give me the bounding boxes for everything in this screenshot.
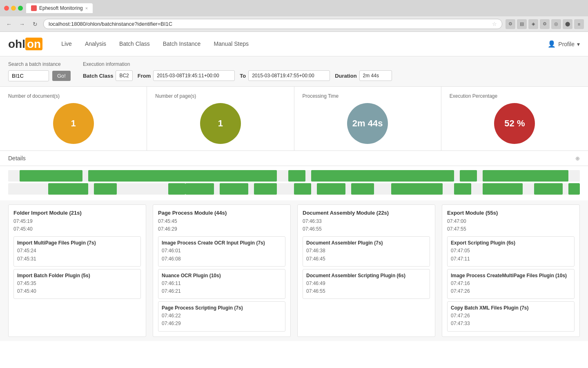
plugin-card-0-0: Import MultiPage Files Plugin (7s) 07:45… [13, 236, 141, 266]
chevron-down-icon: ▾ [577, 41, 580, 47]
plugin-time-3-0: 07:47:0507:47:11 [451, 247, 571, 263]
details-icon[interactable]: ⊕ [575, 155, 580, 162]
module-title-0: Folder Import Module (21s) [13, 210, 141, 216]
stat-card-0: Number of document(s) 1 [0, 87, 147, 150]
browser-titlebar: Ephesoft Monitoring × [0, 0, 588, 16]
stat-circle-1: 1 [200, 103, 241, 144]
plugin-card-3-0: Export Scripting Plugin (6s) 07:47:0507:… [447, 236, 575, 266]
search-row: Go! [8, 70, 71, 81]
ext-btn-5[interactable]: ◎ [551, 19, 561, 29]
plugin-time-3-1: 07:47:1607:47:26 [451, 280, 571, 295]
ext-btn-7[interactable]: ≡ [574, 19, 584, 29]
plugin-time-0-0: 07:45:2407:45:31 [17, 247, 137, 263]
gantt-bar-0-1 [88, 170, 277, 182]
profile-menu[interactable]: 👤 Profile ▾ [548, 40, 580, 48]
from-field: From 2015-03-08T19:45:11+00:00 [138, 70, 235, 81]
search-label: Search a batch instance [8, 61, 71, 67]
profile-label: Profile [558, 41, 575, 47]
batch-class-label: Batch Class [83, 73, 113, 79]
stat-circle-2: 2m 44s [347, 103, 388, 144]
plugin-title-3-1: Image Process CreateMultiPage Files Plug… [451, 273, 571, 278]
browser-dots [4, 6, 23, 11]
plugin-card-3-1: Image Process CreateMultiPage Files Plug… [447, 269, 575, 299]
gantt-bar-0-4 [460, 170, 477, 182]
gantt-bar-1-13 [568, 183, 580, 195]
tab-close-icon[interactable]: × [85, 6, 88, 11]
stat-card-3: Execution Percentage 52 % [441, 87, 588, 150]
plugin-title-3-0: Export Scripting Plugin (6s) [451, 240, 571, 246]
browser-tab[interactable]: Ephesoft Monitoring × [26, 3, 93, 13]
gantt-bar-1-5 [254, 183, 277, 195]
logo-text: ohlon [8, 38, 42, 51]
module-card-1: Page Process Module (44s) 07:45:4507:46:… [153, 204, 291, 337]
ext-btn-6[interactable]: ⬤ [563, 19, 572, 29]
gantt-bar-1-0 [48, 183, 88, 195]
duration-field: Duration 2m 44s [335, 70, 392, 81]
go-button[interactable]: Go! [52, 71, 71, 81]
plugin-card-1-1: Nuance OCR Plugin (10s) 07:46:1107:46:21 [158, 269, 285, 299]
module-title-3: Export Module (55s) [447, 210, 575, 216]
refresh-button[interactable]: ↻ [30, 19, 40, 29]
gantt-bar-1-11 [483, 183, 523, 195]
nav-link-manual-steps[interactable]: Manual Steps [207, 32, 255, 56]
nav-link-batch-class[interactable]: Batch Class [113, 32, 156, 56]
app: ohlon Live Analysis Batch Class Batch In… [0, 32, 588, 368]
logo-on: on [25, 38, 42, 50]
plugin-card-0-1: Import Batch Folder Plugin (5s) 07:45:35… [13, 269, 141, 299]
bookmark-icon[interactable]: ☆ [492, 21, 497, 27]
nav-links: Live Analysis Batch Class Batch Instance… [55, 32, 548, 56]
module-time-1: 07:45:4507:46:29 [158, 218, 285, 233]
ext-btn-3[interactable]: ◈ [528, 19, 538, 29]
nav-link-analysis[interactable]: Analysis [78, 32, 113, 56]
url-text: localhost:18080/ohlon/batchinstance?iden… [49, 21, 489, 27]
plugin-title-2-0: Document Assembler Plugin (7s) [306, 240, 426, 246]
gantt-bar-1-6 [294, 183, 311, 195]
nav-link-batch-instance[interactable]: Batch Instance [156, 32, 207, 56]
plugin-time-2-0: 07:46:3807:46:45 [306, 247, 426, 263]
gantt-bar-0-3 [311, 170, 454, 182]
search-input[interactable] [8, 70, 49, 81]
maximize-dot[interactable] [18, 6, 23, 11]
plugin-time-1-0: 07:46:0107:46:08 [162, 247, 282, 263]
plugin-time-2-1: 07:46:4907:46:55 [306, 280, 426, 295]
navbar: ohlon Live Analysis Batch Class Batch In… [0, 32, 588, 56]
nav-link-live[interactable]: Live [55, 32, 78, 56]
close-dot[interactable] [4, 6, 9, 11]
plugin-title-1-1: Nuance OCR Plugin (10s) [162, 273, 282, 278]
gantt-bar-1-4 [220, 183, 248, 195]
ext-btn-2[interactable]: ▤ [517, 19, 527, 29]
search-bar: Search a batch instance Go! Execution in… [0, 56, 588, 87]
gantt-bar-1-12 [534, 183, 563, 195]
minimize-dot[interactable] [11, 6, 16, 11]
logo-ohl: ohl [8, 38, 25, 50]
plugin-time-1-1: 07:46:1107:46:21 [162, 280, 282, 295]
gantt-bar-0-2 [288, 170, 305, 182]
execution-row: Batch Class BC2 From 2015-03-08T19:45:11… [83, 70, 580, 81]
stat-circle-0: 1 [53, 103, 94, 144]
plugin-card-2-1: Document Assembler Scripting Plugin (6s)… [303, 269, 430, 299]
ext-btn-4[interactable]: ⚙ [540, 19, 550, 29]
forward-button[interactable]: → [17, 19, 27, 29]
duration-value: 2m 44s [359, 70, 392, 81]
to-field: To 2015-03-08T19:47:55+00:00 [240, 70, 330, 81]
browser-extension-buttons: ⚙ ▤ ◈ ⚙ ◎ ⬤ ≡ [506, 19, 584, 29]
module-card-3: Export Module (55s) 07:47:0007:47:55 Exp… [442, 204, 580, 337]
plugin-time-0-1: 07:45:3507:45:40 [17, 280, 137, 295]
plugin-card-3-2: Copy Batch XML Files Plugin (7s) 07:47:2… [447, 301, 575, 331]
from-label: From [138, 73, 151, 79]
gantt-bar-1-7 [317, 183, 345, 195]
ext-btn-1[interactable]: ⚙ [506, 19, 515, 29]
back-button[interactable]: ← [4, 19, 14, 29]
url-bar[interactable]: localhost:18080/ohlon/batchinstance?iden… [43, 19, 502, 29]
module-time-2: 07:46:3307:46:55 [303, 218, 430, 233]
stat-title-0: Number of document(s) [8, 93, 60, 99]
logo: ohlon [8, 38, 42, 51]
duration-label: Duration [335, 73, 356, 79]
module-time-0: 07:45:1907:45:40 [13, 218, 141, 233]
from-value: 2015-03-08T19:45:11+00:00 [153, 70, 235, 81]
tab-title: Ephesoft Monitoring [39, 5, 83, 11]
plugin-card-1-0: Image Process Create OCR Input Plugin (7… [158, 236, 285, 266]
profile-icon: 👤 [548, 40, 556, 48]
stat-title-1: Number of page(s) [155, 93, 196, 99]
stats-row: Number of document(s) 1 Number of page(s… [0, 87, 588, 151]
